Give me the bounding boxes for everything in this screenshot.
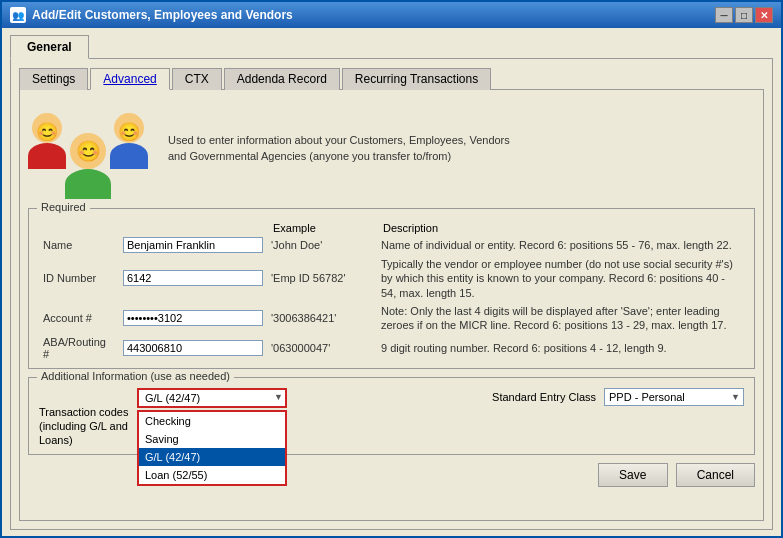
additional-group-title: Additional Information (use as needed)	[37, 370, 234, 382]
maximize-button[interactable]: □	[735, 7, 753, 23]
routing-field-cell	[119, 334, 267, 362]
transaction-dropdown-container: G/L (42/47) ▼ Checking Saving G/L (42/47…	[137, 388, 287, 408]
option-loan[interactable]: Loan (52/55)	[139, 466, 285, 484]
transaction-dropdown-popup: Checking Saving G/L (42/47) Loan (52/55)	[137, 410, 287, 486]
window-title: Add/Edit Customers, Employees and Vendor…	[32, 8, 293, 22]
cancel-button[interactable]: Cancel	[676, 463, 755, 487]
outer-tab-bar: General	[10, 34, 773, 59]
avatar-body-center	[65, 169, 111, 199]
name-description: Name of individual or entity. Record 6: …	[377, 235, 744, 255]
name-example: 'John Doe'	[267, 235, 377, 255]
option-gl[interactable]: G/L (42/47)	[139, 448, 285, 466]
title-bar: 👥 Add/Edit Customers, Employees and Vend…	[2, 2, 781, 28]
id-label: ID Number	[39, 255, 119, 302]
col-value-header	[119, 221, 267, 235]
id-field-cell	[119, 255, 267, 302]
title-bar-left: 👥 Add/Edit Customers, Employees and Vend…	[10, 7, 293, 23]
col-label-header	[39, 221, 119, 235]
close-button[interactable]: ✕	[755, 7, 773, 23]
account-field-cell	[119, 302, 267, 335]
avatar-left: 😊	[28, 113, 66, 169]
additional-group: Additional Information (use as needed) T…	[28, 377, 755, 454]
tab-ctx[interactable]: CTX	[172, 68, 222, 90]
main-window: 👥 Add/Edit Customers, Employees and Vend…	[0, 0, 783, 538]
tab-advanced[interactable]: Advanced	[90, 68, 169, 90]
tab-general[interactable]: General	[10, 35, 89, 59]
top-section: 😊 😊	[28, 98, 755, 198]
account-example: '3006386421'	[267, 302, 377, 335]
transaction-dropdown-display[interactable]: G/L (42/47) ▼	[137, 388, 287, 408]
col-example-header: Example	[267, 221, 377, 235]
general-tab-panel: Settings Advanced CTX Addenda Record Rec…	[10, 59, 773, 530]
name-label: Name	[39, 235, 119, 255]
window-icon: 👥	[10, 7, 26, 23]
transaction-codes-label: Transaction codes (including G/L and Loa…	[39, 390, 129, 447]
required-group: Required Example Description	[28, 208, 755, 369]
avatar-body-right	[110, 143, 148, 169]
col-desc-header: Description	[377, 221, 744, 235]
table-row: ID Number 'Emp ID 56782' Typically the v…	[39, 255, 744, 302]
table-row: Account # '3006386421' Note: Only the la…	[39, 302, 744, 335]
table-row: ABA/Routing # '063000047' 9 digit routin…	[39, 334, 744, 362]
id-description: Typically the vendor or employee number …	[377, 255, 744, 302]
dropdown-arrow-icon: ▼	[274, 392, 283, 402]
title-buttons: ─ □ ✕	[715, 7, 773, 23]
routing-description: 9 digit routing number. Record 6: positi…	[377, 334, 744, 362]
option-checking[interactable]: Checking	[139, 412, 285, 430]
standard-entry-section: Standard Entry Class PPD - Personal CCD …	[297, 388, 744, 406]
minimize-button[interactable]: ─	[715, 7, 733, 23]
avatar-right: 😊	[110, 113, 148, 169]
avatar-center: 😊	[65, 133, 111, 199]
account-description: Note: Only the last 4 digits will be dis…	[377, 302, 744, 335]
advanced-tab-panel: 😊 😊	[19, 90, 764, 521]
additional-row: Transaction codes (including G/L and Loa…	[39, 388, 744, 447]
name-input[interactable]	[123, 237, 263, 253]
routing-example: '063000047'	[267, 334, 377, 362]
required-group-title: Required	[37, 201, 90, 213]
id-example: 'Emp ID 56782'	[267, 255, 377, 302]
account-input[interactable]	[123, 310, 263, 326]
inner-tab-bar: Settings Advanced CTX Addenda Record Rec…	[19, 67, 764, 90]
account-label: Account #	[39, 302, 119, 335]
avatar-head-right: 😊	[114, 113, 144, 143]
avatar-head-left: 😊	[32, 113, 62, 143]
table-row: Name 'John Doe' Name of individual or en…	[39, 235, 744, 255]
id-input[interactable]	[123, 270, 263, 286]
routing-input[interactable]	[123, 340, 263, 356]
save-button[interactable]: Save	[598, 463, 668, 487]
transaction-codes-section: Transaction codes (including G/L and Loa…	[39, 388, 287, 447]
standard-entry-wrapper: PPD - Personal CCD - Corporate CTX - Cor…	[604, 388, 744, 406]
fields-table: Example Description Name	[39, 221, 744, 362]
name-field-cell	[119, 235, 267, 255]
tab-recurring-transactions[interactable]: Recurring Transactions	[342, 68, 491, 90]
window-content: General Settings Advanced CTX Addenda Re…	[2, 28, 781, 536]
tab-settings[interactable]: Settings	[19, 68, 88, 90]
standard-entry-label: Standard Entry Class	[492, 391, 596, 403]
intro-description: Used to enter information about your Cus…	[168, 132, 755, 165]
option-saving[interactable]: Saving	[139, 430, 285, 448]
avatar-group: 😊 😊	[28, 103, 148, 193]
avatar-head-center: 😊	[70, 133, 106, 169]
routing-label: ABA/Routing #	[39, 334, 119, 362]
avatar-body-left	[28, 143, 66, 169]
standard-entry-select[interactable]: PPD - Personal CCD - Corporate CTX - Cor…	[604, 388, 744, 406]
tab-addenda-record[interactable]: Addenda Record	[224, 68, 340, 90]
